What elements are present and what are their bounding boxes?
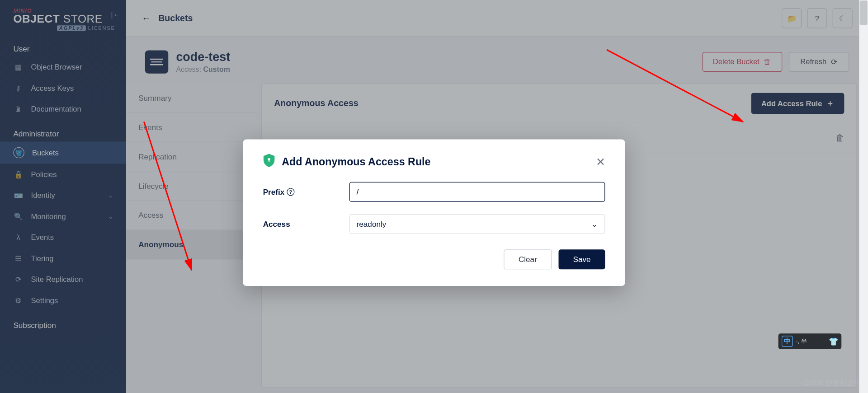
chevron-down-icon: ⌄ [591,220,598,229]
access-label: Access [263,220,349,229]
save-button[interactable]: Save [559,249,605,269]
modal-title: Add Anonymous Access Rule [282,156,430,168]
ime-mode: ·, 半 [796,337,807,345]
ime-skin-icon[interactable]: 👕 [829,337,838,346]
svg-rect-1 [269,160,269,162]
watermark: CSDN @意料之中 [804,379,861,388]
scrollbar-thumb[interactable] [860,0,868,25]
ime-lang-icon[interactable]: 中 [782,336,793,346]
close-icon[interactable]: ✕ [596,155,605,168]
ime-toolbar[interactable]: 中 ·, 半 👕 [778,333,842,349]
prefix-label: Prefix? [263,187,349,196]
prefix-input[interactable] [349,182,605,202]
help-icon[interactable]: ? [287,188,294,196]
shield-icon [263,154,275,170]
scrollbar[interactable] [859,0,868,393]
add-access-rule-modal: Add Anonymous Access Rule ✕ Prefix? Acce… [243,140,625,286]
access-select[interactable]: readonly⌄ [349,214,605,234]
clear-button[interactable]: Clear [504,249,552,269]
